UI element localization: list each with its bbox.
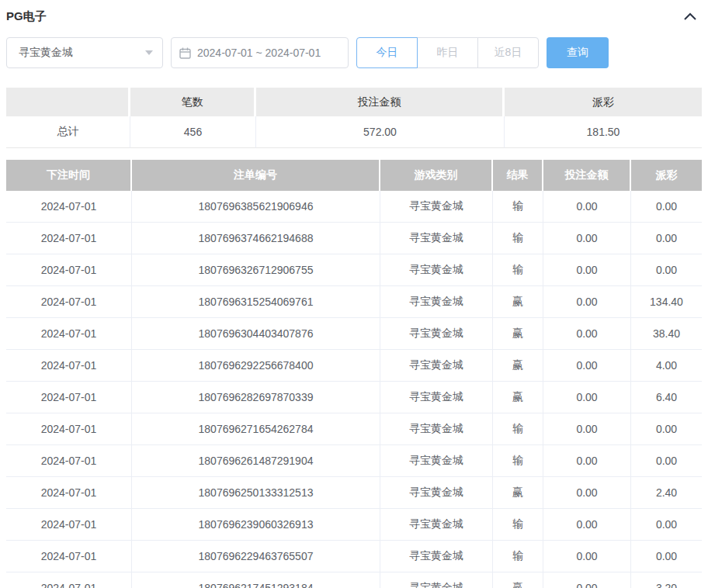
cell-bet-amount: 0.00 <box>543 191 631 223</box>
cell-result: 输 <box>493 254 543 286</box>
panel-title-row: PG电子 <box>6 0 702 28</box>
cell-result: 输 <box>493 541 543 572</box>
cell-result: 输 <box>493 445 543 477</box>
cell-game-type: 寻宝黄金城 <box>380 191 493 223</box>
cell-order-no: 1807696271654262784 <box>132 413 380 445</box>
date-range-value: 2024-07-01 ~ 2024-07-01 <box>197 47 321 59</box>
cell-bet-time: 2024-07-01 <box>6 541 132 572</box>
quick-button-today-label: 今日 <box>377 46 398 60</box>
quick-button-last8days[interactable]: 近8日 <box>477 37 539 68</box>
cell-bet-amount: 0.00 <box>543 350 631 382</box>
cell-bet-amount: 0.00 <box>543 254 631 286</box>
cell-bet-amount: 0.00 <box>543 509 631 541</box>
summary-header-row: 笔数 投注金额 派彩 <box>6 88 702 116</box>
summary-table: 笔数 投注金额 派彩 总计 456 572.00 181.50 <box>6 88 702 148</box>
summary-total-label: 总计 <box>6 116 130 148</box>
cell-bet-amount: 0.00 <box>543 318 631 350</box>
date-range-picker[interactable]: 2024-07-01 ~ 2024-07-01 <box>171 37 349 68</box>
pg-panel: PG电子 寻宝黄金城 2024-07-01 ~ 2024-07-01 今日 <box>0 0 708 588</box>
summary-header-empty <box>6 88 130 116</box>
summary-total-bet-amount: 572.00 <box>256 116 505 148</box>
quick-range-button-group: 今日 昨日 近8日 <box>356 37 539 68</box>
cell-bet-time: 2024-07-01 <box>6 572 132 588</box>
cell-game-type: 寻宝黄金城 <box>380 572 493 588</box>
cell-payout: 0.00 <box>631 445 702 477</box>
caret-down-icon <box>145 50 153 55</box>
cell-bet-time: 2024-07-01 <box>6 382 132 413</box>
cell-game-type: 寻宝黄金城 <box>380 350 493 382</box>
cell-order-no: 1807696292256678400 <box>132 350 380 382</box>
cell-game-type: 寻宝黄金城 <box>380 445 493 477</box>
summary-total-row: 总计 456 572.00 181.50 <box>6 116 702 148</box>
summary-header-count: 笔数 <box>130 88 256 116</box>
record-row: 2024-07-01 1807696385621906946 寻宝黄金城 输 0… <box>6 191 702 223</box>
cell-payout: 0.00 <box>631 541 702 572</box>
summary-total-count: 456 <box>130 116 256 148</box>
cell-result: 输 <box>493 223 543 254</box>
cell-payout: 2.40 <box>631 477 702 509</box>
records-header-row: 下注时间 注单编号 游戏类别 结果 投注金额 派彩 <box>6 160 702 191</box>
cell-order-no: 1807696385621906946 <box>132 191 380 223</box>
cell-result: 赢 <box>493 477 543 509</box>
quick-button-today[interactable]: 今日 <box>356 37 418 68</box>
record-row: 2024-07-01 1807696315254069761 寻宝黄金城 赢 0… <box>6 286 702 318</box>
record-row: 2024-07-01 1807696271654262784 寻宝黄金城 输 0… <box>6 413 702 445</box>
records-header-result: 结果 <box>493 160 543 191</box>
record-row: 2024-07-01 1807696217451293184 寻宝黄金城 赢 0… <box>6 572 702 588</box>
cell-payout: 38.40 <box>631 318 702 350</box>
cell-bet-time: 2024-07-01 <box>6 254 132 286</box>
cell-game-type: 寻宝黄金城 <box>380 286 493 318</box>
record-row: 2024-07-01 1807696282697870339 寻宝黄金城 赢 0… <box>6 382 702 413</box>
records-header-game-type: 游戏类别 <box>380 160 493 191</box>
cell-bet-time: 2024-07-01 <box>6 477 132 509</box>
cell-game-type: 寻宝黄金城 <box>380 382 493 413</box>
cell-result: 输 <box>493 509 543 541</box>
cell-order-no: 1807696374662194688 <box>132 223 380 254</box>
cell-bet-time: 2024-07-01 <box>6 286 132 318</box>
cell-game-type: 寻宝黄金城 <box>380 223 493 254</box>
cell-result: 输 <box>493 413 543 445</box>
cell-bet-amount: 0.00 <box>543 413 631 445</box>
quick-button-yesterday[interactable]: 昨日 <box>417 37 478 68</box>
cell-bet-time: 2024-07-01 <box>6 191 132 223</box>
cell-result: 赢 <box>493 286 543 318</box>
search-button[interactable]: 查询 <box>547 37 609 68</box>
cell-order-no: 1807696250133312513 <box>132 477 380 509</box>
cell-order-no: 1807696315254069761 <box>132 286 380 318</box>
cell-payout: 0.00 <box>631 223 702 254</box>
summary-total-payout: 181.50 <box>505 116 702 148</box>
cell-bet-amount: 0.00 <box>543 445 631 477</box>
cell-payout: 0.00 <box>631 254 702 286</box>
cell-bet-amount: 0.00 <box>543 572 631 588</box>
record-row: 2024-07-01 1807696250133312513 寻宝黄金城 赢 0… <box>6 477 702 509</box>
game-select[interactable]: 寻宝黄金城 <box>6 37 163 68</box>
cell-game-type: 寻宝黄金城 <box>380 509 493 541</box>
game-select-value: 寻宝黄金城 <box>19 46 73 60</box>
cell-order-no: 1807696217451293184 <box>132 572 380 588</box>
cell-result: 赢 <box>493 350 543 382</box>
cell-bet-time: 2024-07-01 <box>6 318 132 350</box>
cell-order-no: 1807696261487291904 <box>132 445 380 477</box>
cell-game-type: 寻宝黄金城 <box>380 318 493 350</box>
cell-payout: 0.00 <box>631 191 702 223</box>
quick-button-last8days-label: 近8日 <box>495 46 522 60</box>
cell-result: 赢 <box>493 318 543 350</box>
cell-payout: 6.40 <box>631 382 702 413</box>
records-table: 下注时间 注单编号 游戏类别 结果 投注金额 派彩 2024-07-01 180… <box>6 160 702 588</box>
record-row: 2024-07-01 1807696292256678400 寻宝黄金城 赢 0… <box>6 350 702 382</box>
cell-order-no: 1807696326712906755 <box>132 254 380 286</box>
cell-bet-amount: 0.00 <box>543 382 631 413</box>
cell-payout: 4.00 <box>631 350 702 382</box>
collapse-panel-button[interactable] <box>682 8 699 25</box>
cell-order-no: 1807696229463765507 <box>132 541 380 572</box>
cell-bet-time: 2024-07-01 <box>6 223 132 254</box>
cell-bet-time: 2024-07-01 <box>6 350 132 382</box>
cell-bet-time: 2024-07-01 <box>6 445 132 477</box>
cell-order-no: 1807696239060326913 <box>132 509 380 541</box>
chevron-up-icon <box>684 12 696 20</box>
summary-header-bet-amount: 投注金额 <box>256 88 505 116</box>
cell-bet-time: 2024-07-01 <box>6 509 132 541</box>
cell-bet-amount: 0.00 <box>543 541 631 572</box>
record-row: 2024-07-01 1807696239060326913 寻宝黄金城 输 0… <box>6 509 702 541</box>
cell-bet-time: 2024-07-01 <box>6 413 132 445</box>
